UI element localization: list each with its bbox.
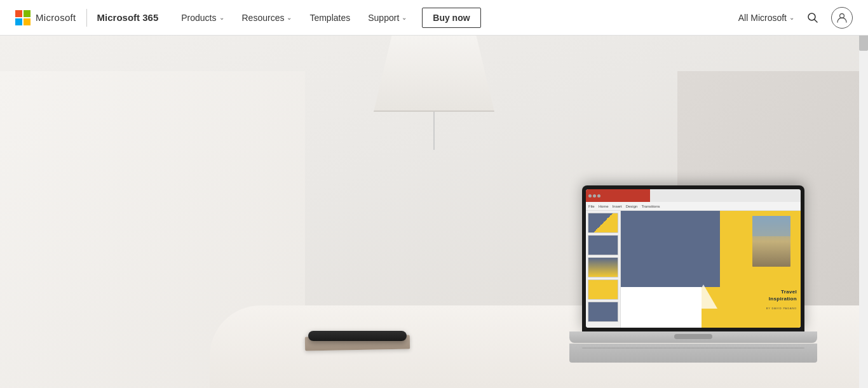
ppt-menu-file: File [588, 204, 595, 208]
nav-support[interactable]: Support ⌄ [360, 8, 414, 28]
phone [308, 331, 407, 341]
laptop-screen-wrapper: File Home Insert Design Transitions [582, 185, 804, 331]
phone-stack [305, 336, 413, 350]
navbar-right-section: All Microsoft ⌄ [738, 7, 853, 29]
lamp-decoration [374, 36, 494, 150]
slide-photo-overlay [752, 216, 790, 236]
ppt-toolbar [586, 189, 801, 202]
ppt-menu-transitions: Transitions [641, 204, 660, 208]
ppt-content-area: TravelInspiration BY DAVID PAGANO [586, 211, 801, 328]
nav-templates[interactable]: Templates [302, 8, 358, 28]
person-icon [836, 12, 848, 23]
ppt-menu-home: Home [599, 204, 609, 208]
ppt-slide-3 [588, 257, 618, 278]
ppt-main-slide: TravelInspiration BY DAVID PAGANO [621, 211, 801, 328]
logo-yellow-square [24, 18, 31, 25]
slide-triangle-shape [689, 284, 717, 309]
support-chevron-icon: ⌄ [402, 14, 407, 21]
navigation-bar: Microsoft Microsoft 365 Products ⌄ Resou… [0, 0, 868, 36]
laptop-keyboard [569, 344, 817, 363]
slide-building-photo [752, 216, 790, 267]
resources-chevron-icon: ⌄ [287, 14, 292, 21]
nav-divider [86, 9, 87, 27]
profile-button[interactable] [831, 7, 853, 29]
product-name: Microsoft 365 [97, 12, 159, 23]
logo-blue-square [15, 18, 22, 25]
laptop: File Home Insert Design Transitions [569, 185, 817, 363]
ppt-menu-design: Design [626, 204, 638, 208]
lamp-shade [374, 36, 494, 112]
scrollbar-track [859, 0, 868, 388]
products-chevron-icon: ⌄ [219, 14, 224, 21]
nav-resources-label: Resources [242, 13, 285, 23]
powerpoint-ui: File Home Insert Design Transitions [586, 189, 801, 328]
all-microsoft-menu[interactable]: All Microsoft ⌄ [738, 13, 794, 23]
ppt-slide-5 [588, 302, 618, 322]
nav-products[interactable]: Products ⌄ [173, 8, 231, 28]
nav-products-label: Products [181, 13, 216, 23]
microsoft-wordmark: Microsoft [36, 12, 76, 23]
logo-red-square [15, 10, 22, 17]
nav-support-label: Support [368, 13, 399, 23]
slide-title-text: TravelInspiration [769, 288, 797, 302]
search-button[interactable] [804, 10, 821, 26]
search-icon [807, 12, 818, 23]
ppt-menu-insert: Insert [613, 204, 622, 208]
all-microsoft-label: All Microsoft [738, 13, 787, 23]
logo-green-square [24, 10, 31, 17]
ppt-menu-bar: File Home Insert Design Transitions [586, 202, 801, 211]
microsoft-logo-link[interactable]: Microsoft [15, 10, 76, 25]
slide-subtitle-text: BY DAVID PAGANO [766, 307, 797, 310]
ppt-slide-4 [588, 279, 618, 300]
all-microsoft-chevron-icon: ⌄ [789, 14, 794, 21]
laptop-screen: File Home Insert Design Transitions [586, 189, 801, 328]
buy-now-button[interactable]: Buy now [422, 8, 480, 28]
nav-templates-label: Templates [309, 13, 350, 23]
laptop-base [569, 331, 817, 343]
ppt-toolbar-dot-2 [593, 194, 596, 197]
slide-blue-background [621, 211, 720, 287]
ppt-toolbar-dot-1 [588, 194, 592, 197]
ppt-toolbar-dot-3 [597, 194, 600, 197]
ppt-slides-panel [586, 211, 621, 328]
ppt-slide-1 [588, 213, 618, 233]
svg-line-1 [815, 19, 818, 22]
microsoft-logo [15, 10, 31, 25]
ppt-slide-2 [588, 235, 618, 255]
nav-items: Products ⌄ Resources ⌄ Templates Support… [173, 8, 738, 28]
lamp-cord [433, 112, 435, 150]
hero-section: File Home Insert Design Transitions [0, 36, 868, 388]
nav-resources[interactable]: Resources ⌄ [234, 8, 300, 28]
